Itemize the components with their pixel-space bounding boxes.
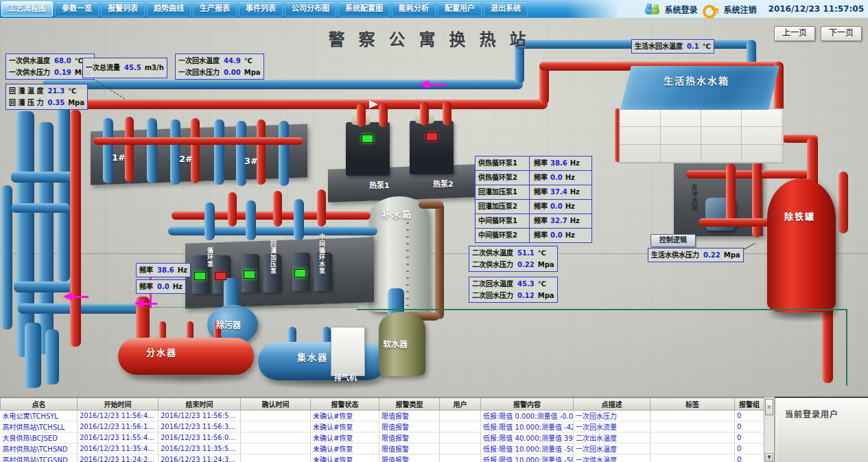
gauge-unit: ℃ (68, 87, 76, 95)
gauge-primary-flow: 一次总流量45.5m3/h (82, 58, 167, 78)
pipe (170, 119, 180, 185)
alarm-cell: 高村供热站\TCHSLL (1, 421, 78, 432)
pump-name: 回灌加压泵2 (475, 199, 530, 214)
tab-生产报表[interactable]: 生产报表 (193, 1, 237, 16)
gauge-label: 频率 (139, 283, 153, 290)
unit1-label: 1# (112, 152, 126, 163)
alarm-row[interactable]: 高村供热站\TCHSLL2016/12/23 11:56:1...2016/12… (1, 421, 764, 432)
gauge-row: 二次回水温度45.3℃ (472, 278, 554, 290)
alarm-cell: 未确认#恢复 (311, 421, 379, 432)
column-header[interactable]: 标签 (650, 398, 735, 411)
tab-公司分布图[interactable]: 公司分布图 (285, 1, 336, 16)
table-scrollbar[interactable]: ≡ ▼ (764, 397, 775, 462)
water-divider-label: 分水器 (146, 345, 177, 358)
tab-工艺流程图[interactable]: 工艺流程图 (1, 1, 53, 16)
column-header[interactable]: 报警内容 (481, 398, 574, 411)
gauge-row: 二次供水压力0.22Mpa (472, 259, 554, 270)
pipe (38, 122, 54, 354)
alarm-cell: 限值报警 (379, 432, 440, 443)
scrollbar-down-arrow[interactable]: ▼ (765, 453, 773, 462)
system-login[interactable]: 系统登录 (665, 3, 698, 15)
alarm-cell: 二次出水温度 (574, 432, 650, 443)
gauge-value: 21.3 (47, 87, 64, 95)
tab-报警列表[interactable]: 报警列表 (101, 1, 145, 16)
gauge-row: 一次回水压力0.00Mpa (178, 67, 261, 78)
pump-frequency: 频率37.4Hz (529, 185, 592, 200)
mid-circ-pump-label: 中间循环水泵 (318, 233, 327, 275)
alarm-row[interactable]: 高村供热站\TCGSND2016/12/23 11:24:2...2016/12… (1, 454, 764, 462)
gauge-unit: Hz (173, 283, 183, 290)
alarm-cell (241, 411, 311, 421)
alarm-cell: 一次回水温度 (574, 443, 650, 454)
control-logic-button[interactable]: 控制逻辑 (650, 234, 696, 247)
gauge-row: 一次供水压力0.19Mpa (9, 67, 91, 78)
gauge-label: 生活水供水压力 (651, 251, 699, 259)
gauge-value: 0.12 (517, 292, 535, 299)
column-header[interactable]: 报警类型 (379, 398, 440, 411)
tab-事件列表[interactable]: 事件列表 (239, 1, 283, 16)
alarm-row[interactable]: 大良供热\BCJSED2016/12/23 11:55:4...2016/12/… (1, 432, 764, 443)
column-header[interactable]: 开始时间 (78, 398, 159, 411)
column-header[interactable]: 报警状态 (311, 398, 379, 411)
softener-label: 软水器 (383, 338, 408, 349)
gauge-unit: ℃ (703, 43, 711, 50)
alarm-cell: 水电公寓\TCHSYL (1, 411, 78, 421)
prev-page-button[interactable]: 上一页 (774, 26, 815, 41)
water-divider (118, 338, 254, 375)
column-header[interactable]: 点描述 (574, 398, 650, 411)
alarm-cell: 未确认#恢复 (311, 432, 379, 443)
menu-bar: 工艺流程图参数一览报警列表趋势曲线生产报表事件列表公司分布图系统配置图能耗分析配… (0, 0, 868, 18)
alarm-row[interactable]: 高村供热站\TCHSND2016/12/23 11:35:4...2016/12… (1, 443, 764, 454)
gauge-label: 二次回水压力 (472, 292, 513, 299)
alarm-cell: 2016/12/23 11:56:1... (78, 421, 159, 432)
gauge-row: 生活水回水温度0.1℃ (635, 41, 711, 52)
pipe (58, 102, 70, 281)
datetime: 2016/12/23 11:57:05 (769, 4, 864, 14)
gauge-label: 回 灌 温 度 (9, 87, 43, 95)
tab-能耗分析[interactable]: 能耗分析 (392, 1, 436, 16)
next-page-button[interactable]: 下一页 (821, 26, 862, 41)
gauge-value: 44.9 (224, 57, 241, 65)
pump-name: 回灌加压泵1 (475, 185, 530, 200)
iron-removal-tank (767, 178, 836, 312)
iron-tank-label: 除铁罐 (784, 209, 815, 222)
scrollbar-thumb[interactable]: ≡ (765, 399, 773, 415)
pipe (419, 200, 443, 209)
status-led-green (244, 270, 255, 279)
alarm-cell: 低报:限值 10.000;测量值 -425... (481, 421, 574, 432)
tab-系统配置图[interactable]: 系统配置图 (338, 1, 390, 16)
gauge-label: 一次回水温度 (178, 57, 220, 65)
alarm-cell: 2016/12/23 11:35:5... (159, 443, 241, 454)
tab-退出系统[interactable]: 退出系统 (484, 1, 528, 16)
tab-参数一览[interactable]: 参数一览 (55, 1, 99, 16)
alarm-cell (440, 411, 481, 421)
column-header[interactable]: 报警组 (735, 398, 764, 411)
gauge-value: 0.00 (224, 69, 241, 76)
gauge-local-freq-2: 频率0.0Hz (136, 279, 186, 294)
pipe (125, 117, 134, 182)
flow-arrow-left (134, 299, 143, 308)
alarm-table-header-row: 点名开始时间结束时间确认时间报警状态报警类型用户报警内容点描述标签报警组 (1, 398, 764, 411)
column-header[interactable]: 用户 (440, 398, 481, 411)
alarm-row[interactable]: 水电公寓\TCHSYL2016/12/23 11:56:4...2016/12/… (1, 411, 764, 421)
gauge-row: 一次总流量45.5m3/h (86, 59, 164, 77)
alarm-cell: 一次回水压力 (574, 411, 650, 421)
column-header[interactable]: 确认时间 (241, 398, 311, 411)
tab-配置用户[interactable]: 配置用户 (438, 1, 482, 16)
system-logout[interactable]: 系统注销 (724, 3, 757, 15)
tab-趋势曲线[interactable]: 趋势曲线 (147, 1, 191, 16)
makeup-tank-label: 补水箱 (382, 207, 412, 220)
column-header[interactable]: 结束时间 (159, 398, 241, 411)
gauge-unit: ℃ (75, 57, 83, 65)
pump-freq-row: 供热循环泵1频率38.6Hz (475, 156, 592, 171)
pump-freq-table: 供热循环泵1频率38.6Hz供热循环泵2频率0.0Hz回灌加压泵1频率37.4H… (475, 157, 592, 243)
alarm-cell: 2016/12/23 11:24:2... (78, 454, 159, 462)
pump-freq-row: 供热循环泵2频率0.0Hz (475, 170, 592, 185)
pump-frequency: 频率0.0Hz (529, 170, 592, 185)
exhaust-label: 排气机 (334, 371, 357, 382)
recharge-pump-label: 回灌加压泵 (269, 240, 278, 275)
pipe (103, 118, 113, 183)
column-header[interactable]: 点名 (1, 398, 78, 411)
gauge-row: 回 灌 温 度21.3℃ (9, 85, 84, 97)
alarm-cell (241, 421, 311, 432)
